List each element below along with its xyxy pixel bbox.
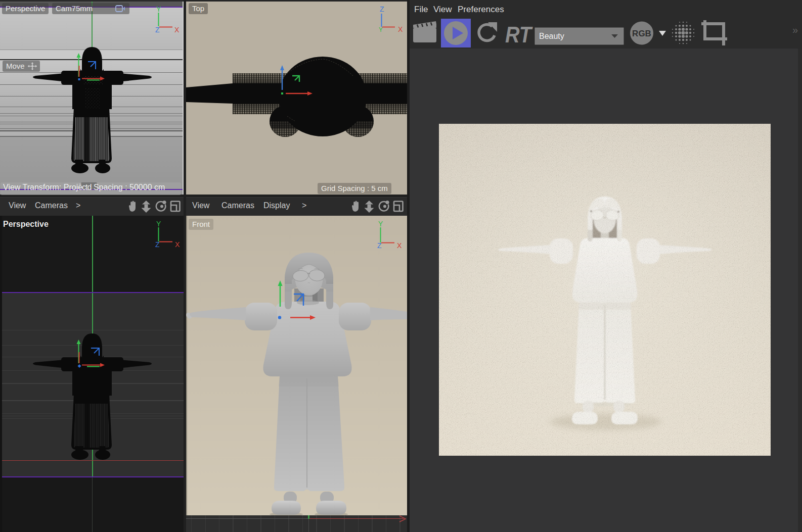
svg-text:Y: Y xyxy=(378,220,383,228)
svg-text:Y: Y xyxy=(379,26,383,33)
svg-text:RGB: RGB xyxy=(632,29,651,38)
svg-text:X: X xyxy=(398,25,403,33)
svg-text:Z: Z xyxy=(380,5,384,13)
svg-text:Y: Y xyxy=(156,220,161,228)
svg-text:Z: Z xyxy=(155,240,160,249)
svg-text:X: X xyxy=(175,240,180,249)
svg-text:Beauty: Beauty xyxy=(539,32,564,40)
svg-text:Z: Z xyxy=(155,26,160,34)
svg-text:RT: RT xyxy=(505,22,533,47)
svg-text:Y: Y xyxy=(156,5,161,13)
svg-text:X: X xyxy=(174,26,180,34)
svg-text:Z: Z xyxy=(377,241,382,250)
svg-text:X: X xyxy=(397,241,402,250)
